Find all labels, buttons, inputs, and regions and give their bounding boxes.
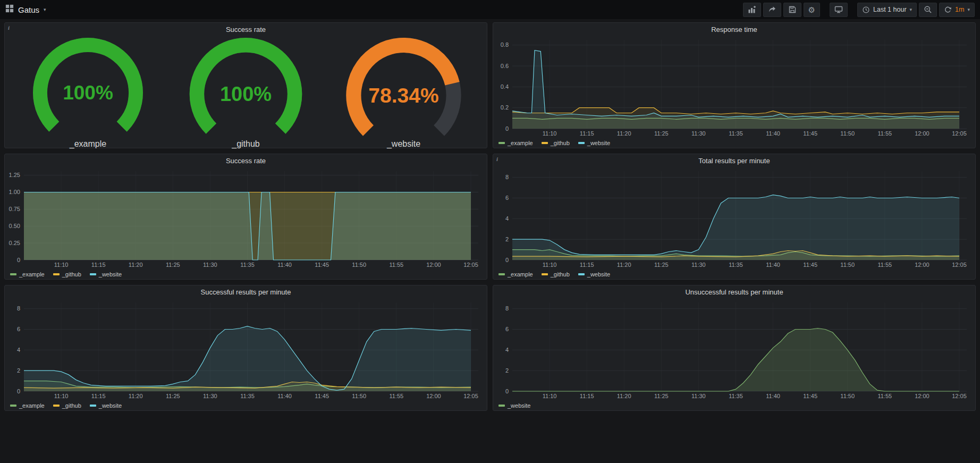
legend-item-website[interactable]: _website — [578, 140, 610, 146]
panel-header: Success rate — [5, 23, 487, 36]
dashboard-settings-button[interactable]: ⚙ — [804, 3, 820, 17]
legend-item-website[interactable]: _website — [578, 271, 610, 277]
refresh-picker[interactable]: 1m ▾ — [939, 3, 975, 17]
gauge-label: _github — [232, 139, 260, 152]
refresh-interval-label: 1m — [955, 6, 964, 13]
add-panel-button[interactable] — [743, 3, 761, 17]
info-icon[interactable]: i — [8, 24, 10, 31]
panel-header: Response time — [493, 23, 975, 36]
chevron-down-icon: ▾ — [967, 7, 970, 12]
save-icon — [788, 5, 797, 14]
svg-text:78.34%: 78.34% — [368, 84, 438, 107]
svg-text:11:15: 11:15 — [580, 130, 594, 137]
svg-text:4: 4 — [505, 215, 509, 222]
svg-text:11:55: 11:55 — [877, 130, 892, 137]
legend-color-swatch — [499, 142, 505, 144]
svg-text:12:00: 12:00 — [426, 393, 441, 399]
svg-text:11:40: 11:40 — [766, 130, 780, 137]
svg-text:0.8: 0.8 — [501, 41, 509, 48]
svg-text:0.2: 0.2 — [501, 104, 509, 111]
legend-item-website[interactable]: _website — [499, 402, 530, 409]
panel-title[interactable]: Response time — [711, 26, 757, 33]
svg-text:11:55: 11:55 — [877, 262, 892, 268]
svg-text:12:00: 12:00 — [915, 393, 930, 399]
dashboard-grid: i Success rate 100% _example 100% _githu… — [0, 19, 980, 414]
svg-text:12:05: 12:05 — [952, 262, 967, 268]
svg-text:11:35: 11:35 — [240, 262, 255, 268]
legend-item-github[interactable]: _github — [542, 140, 570, 146]
monitor-icon — [834, 5, 843, 14]
svg-text:0.4: 0.4 — [501, 83, 509, 90]
chart-unsuccessful-results[interactable]: 11:1011:1511:2011:2511:3011:3511:4011:45… — [494, 299, 972, 400]
legend-series-name: _github — [551, 271, 570, 277]
panel-success-rate-timeseries: Success rate 11:1011:1511:2011:2511:3011… — [4, 154, 487, 280]
svg-text:11:40: 11:40 — [277, 393, 292, 399]
panel-title[interactable]: Unsuccessful results per minute — [685, 288, 783, 296]
legend-item-github[interactable]: _github — [53, 271, 81, 277]
svg-text:11:40: 11:40 — [766, 262, 780, 268]
svg-text:0: 0 — [17, 388, 20, 394]
svg-text:11:20: 11:20 — [617, 393, 631, 399]
svg-text:4: 4 — [505, 347, 509, 353]
gauge-arc: 100% — [9, 36, 167, 139]
svg-text:100%: 100% — [220, 83, 272, 105]
panel-title[interactable]: Success rate — [226, 157, 266, 165]
panel-title[interactable]: Success rate — [226, 26, 266, 33]
zoom-out-button[interactable] — [919, 3, 937, 17]
svg-text:12:00: 12:00 — [915, 130, 930, 137]
panel-title[interactable]: Successful results per minute — [201, 288, 291, 296]
svg-text:11:20: 11:20 — [617, 130, 631, 137]
panel-body: 100% _example 100% _github 78.34% _websi… — [5, 36, 487, 154]
svg-text:11:15: 11:15 — [580, 393, 594, 399]
svg-text:0.6: 0.6 — [501, 63, 509, 69]
panel-title[interactable]: Total results per minute — [698, 157, 770, 165]
chart-success-rate[interactable]: 11:1011:1511:2011:2511:3011:3511:4011:45… — [6, 168, 484, 268]
legend-item-github[interactable]: _github — [542, 271, 570, 277]
svg-text:11:30: 11:30 — [203, 393, 217, 399]
legend-color-swatch — [90, 273, 96, 275]
time-range-picker[interactable]: Last 1 hour ▾ — [857, 3, 917, 17]
share-icon — [768, 5, 776, 14]
clock-icon — [862, 6, 870, 14]
svg-text:6: 6 — [505, 326, 509, 332]
svg-text:0.50: 0.50 — [9, 223, 20, 229]
chart-total-results[interactable]: 11:1011:1511:2011:2511:3011:3511:4011:45… — [494, 168, 972, 268]
legend: _example_github_website — [499, 140, 610, 146]
info-icon[interactable]: i — [496, 156, 498, 162]
legend-color-swatch — [578, 273, 585, 275]
legend-item-website[interactable]: _website — [90, 271, 122, 277]
save-button[interactable] — [783, 3, 801, 17]
panel-body: 11:1011:1511:2011:2511:3011:3511:4011:45… — [493, 298, 975, 410]
svg-text:0: 0 — [505, 125, 509, 132]
legend-item-example[interactable]: _example — [499, 271, 533, 277]
legend-item-github[interactable]: _github — [53, 402, 81, 409]
svg-text:11:10: 11:10 — [543, 130, 557, 137]
svg-text:11:50: 11:50 — [840, 130, 855, 137]
legend-item-example[interactable]: _example — [10, 402, 45, 409]
tv-kiosk-button[interactable] — [830, 3, 848, 17]
panel-header: Total results per minute — [493, 154, 975, 167]
svg-text:11:55: 11:55 — [877, 393, 892, 399]
legend-color-swatch — [578, 142, 585, 144]
gauge-label: _example — [70, 139, 106, 152]
dashboard-title-button[interactable]: Gatus ▾ — [5, 4, 46, 15]
share-button[interactable] — [763, 3, 781, 17]
legend-item-website[interactable]: _website — [90, 402, 122, 409]
svg-text:11:50: 11:50 — [352, 262, 366, 268]
legend-color-swatch — [90, 405, 96, 407]
svg-text:11:30: 11:30 — [203, 262, 217, 268]
chart-successful-results[interactable]: 11:1011:1511:2011:2511:3011:3511:4011:45… — [6, 299, 484, 400]
legend-item-example[interactable]: _example — [10, 271, 45, 277]
svg-text:12:05: 12:05 — [463, 262, 478, 268]
svg-text:11:30: 11:30 — [691, 393, 706, 399]
legend-item-example[interactable]: _example — [499, 140, 533, 146]
svg-text:0: 0 — [505, 257, 509, 263]
gauge-arc: 78.34% — [325, 36, 483, 139]
legend-series-name: _github — [551, 140, 570, 146]
panel-header: Unsuccessful results per minute — [493, 285, 975, 298]
svg-text:1.00: 1.00 — [9, 189, 20, 195]
chart-response-time[interactable]: 11:1011:1511:2011:2511:3011:3511:4011:45… — [494, 37, 972, 137]
legend-series-name: _example — [19, 271, 45, 277]
svg-text:12:05: 12:05 — [952, 393, 967, 399]
svg-text:11:45: 11:45 — [803, 393, 817, 399]
